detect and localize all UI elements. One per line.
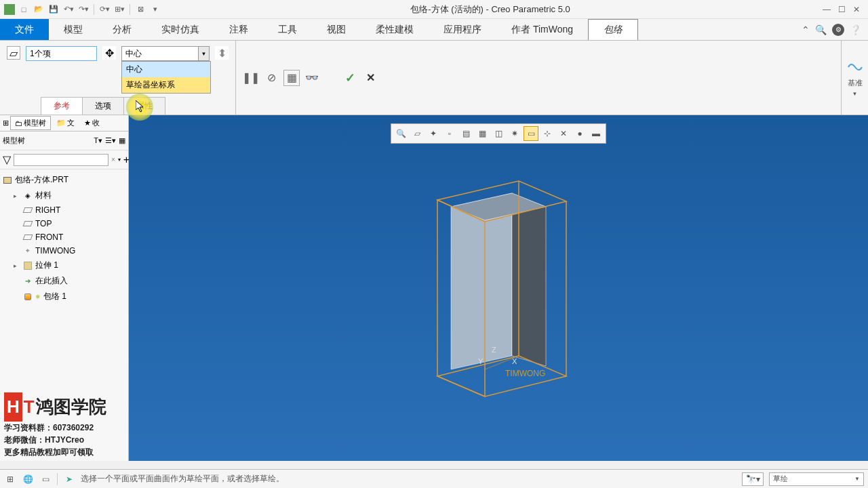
menu-sim[interactable]: 实时仿真 [146, 19, 214, 40]
tree-top[interactable]: TOP [1, 217, 127, 230]
menu-analysis[interactable]: 分析 [98, 19, 146, 40]
tab-reference[interactable]: 参考 [41, 97, 83, 115]
st-3d-icon[interactable]: 🌐 [22, 473, 34, 485]
menubar: 文件 模型 分析 实时仿真 注释 工具 视图 柔性建模 应用程序 作者 TimW… [0, 19, 868, 41]
graphics-canvas[interactable]: 🔍 ▱ ✦ ▫ ▤ ▦ ◫ ✷ ▭ ⊹ ✕ ● ▬ [129, 115, 868, 461]
filter-dropdown-icon[interactable]: ▾ [118, 157, 121, 163]
dropdown-icon[interactable]: ▾ [149, 3, 161, 16]
vt-zoom-icon[interactable]: ▱ [410, 126, 425, 141]
no-icon[interactable]: ⊘ [263, 70, 279, 86]
vt-annot-icon[interactable]: ▭ [524, 126, 538, 141]
side-tab-folder[interactable]: 📁文 [52, 117, 79, 129]
search-icon[interactable]: 🔍 [815, 24, 827, 35]
axis-y-label: Y [478, 357, 484, 365]
menu-annotate[interactable]: 注释 [214, 19, 263, 40]
tree-extrude[interactable]: ▸拉伸 1 [1, 258, 127, 273]
center-combo[interactable]: 中心 ▼ 中心 草绘器坐标系 [121, 46, 210, 61]
collector-icon[interactable]: ▱ [7, 46, 20, 60]
statusbar: ⊞ 🌐 ▭ ➤ 选择一个平面或平面曲面作为草绘平面，或者选择草绘。 🔭▾ 草绘▼ [0, 469, 868, 488]
cancel-button[interactable]: ✕ [362, 70, 378, 86]
menu-author[interactable]: 作者 TimWong [496, 19, 588, 40]
filter-clear-icon[interactable]: × [111, 156, 115, 163]
model-3d: Z Y X TIMWONG [410, 166, 587, 410]
collapse-ribbon-icon[interactable]: ⌃ [802, 24, 810, 35]
new-icon[interactable]: □ [18, 3, 30, 16]
target-icon[interactable]: ✥ [102, 46, 116, 60]
datum-icon[interactable] [847, 59, 863, 75]
st-grid-icon[interactable]: ⊞ [4, 473, 16, 485]
tab-properties[interactable]: 属性 [123, 97, 165, 115]
regen-icon[interactable]: ⟳▾ [98, 3, 111, 16]
tree-right[interactable]: RIGHT [1, 203, 127, 217]
settings-icon[interactable]: ⚙ [832, 24, 844, 36]
tree-csys[interactable]: ⌖TIMWONG [1, 244, 127, 258]
combo-option-center[interactable]: 中心 [122, 62, 210, 77]
ribbon-datum-group: 基准 ▼ [841, 41, 868, 115]
vt-point-icon[interactable]: ✕ [556, 126, 571, 141]
window-title: 包络-方体 (活动的) - Creo Parametric 5.0 [165, 3, 815, 16]
combo-dropdown-button[interactable]: ▼ [198, 47, 209, 60]
tree-root[interactable]: 包络-方体.PRT [1, 172, 127, 188]
side-tab-fav[interactable]: ★收 [80, 117, 104, 129]
side-tab-model-tree[interactable]: 🗀模型树 [10, 116, 51, 130]
tree-material[interactable]: ▸◈材料 [1, 188, 127, 203]
menu-file[interactable]: 文件 [0, 19, 49, 40]
vt-layers-icon[interactable]: ▤ [458, 126, 473, 141]
maximize-button[interactable]: ☐ [837, 5, 846, 14]
vt-datum-icon[interactable]: ✷ [507, 126, 522, 141]
menu-model[interactable]: 模型 [49, 19, 98, 40]
vt-saved-icon[interactable]: ▫ [442, 126, 457, 141]
menu-app[interactable]: 应用程序 [429, 19, 496, 40]
glasses-icon[interactable]: 👓 [304, 70, 320, 86]
close-window-icon[interactable]: ⊠ [134, 3, 146, 16]
vt-axis-icon[interactable]: ⊹ [540, 126, 555, 141]
vt-csys-disp-icon[interactable]: ● [572, 126, 587, 141]
vt-style-icon[interactable]: ▦ [475, 126, 490, 141]
undo-icon[interactable]: ↶▾ [62, 3, 75, 16]
menu-tools[interactable]: 工具 [263, 19, 312, 40]
minimize-button[interactable]: — [822, 5, 831, 14]
filter-input[interactable] [14, 154, 108, 166]
tree-show-icon[interactable]: ☰▾ [105, 136, 116, 145]
verify-icon[interactable]: ▦ [283, 70, 300, 86]
tree-label: 模型树 [3, 136, 25, 146]
datum-dropdown-icon[interactable]: ▼ [852, 91, 858, 97]
open-icon[interactable]: 📂 [33, 3, 45, 16]
csys-toggle-icon[interactable]: ⬍ [215, 46, 229, 60]
find-button[interactable]: 🔭▾ [742, 472, 764, 486]
menu-view[interactable]: 视图 [312, 19, 361, 40]
tree-display-icon[interactable]: ▦ [119, 136, 125, 145]
tree-envelope[interactable]: ✹包络 1 [1, 289, 127, 304]
tree-settings-icon[interactable]: T▾ [94, 136, 102, 145]
close-button[interactable]: ✕ [852, 5, 861, 14]
menu-envelope[interactable]: 包络 [588, 19, 638, 40]
help-icon[interactable]: ❔ [850, 24, 861, 35]
tab-options[interactable]: 选项 [82, 97, 124, 115]
quick-access-toolbar: □ 📂 💾 ↶▾ ↷▾ ⟳▾ ⊞▾ ⊠ ▾ [0, 3, 165, 16]
titlebar: □ 📂 💾 ↶▾ ↷▾ ⟳▾ ⊞▾ ⊠ ▾ 包络-方体 (活动的) - Creo… [0, 0, 868, 19]
vt-spin-icon[interactable]: ✦ [426, 126, 441, 141]
filter-icon[interactable]: ▽ [3, 153, 11, 166]
datum-label: 基准 [848, 78, 863, 88]
combo-dropdown: 中心 草绘器坐标系 [121, 61, 211, 94]
selection-collector[interactable]: 1个项 [26, 46, 97, 61]
menu-flex[interactable]: 柔性建模 [361, 19, 429, 40]
st-select-icon[interactable]: ➤ [63, 473, 75, 485]
tree-front[interactable]: FRONT [1, 230, 127, 244]
save-icon[interactable]: 💾 [47, 3, 60, 16]
ok-button[interactable]: ✓ [342, 70, 358, 86]
vt-refit-icon[interactable]: 🔍 [393, 126, 408, 141]
status-hint: 选择一个平面或平面曲面作为草绘平面，或者选择草绘。 [81, 473, 284, 485]
redo-icon[interactable]: ↷▾ [77, 3, 90, 16]
vt-persp-icon[interactable]: ◫ [491, 126, 506, 141]
tree-insert-here[interactable]: ➔在此插入 [1, 273, 127, 289]
selection-filter[interactable]: 草绘▼ [769, 472, 864, 486]
st-msg-icon[interactable]: ▭ [39, 473, 52, 485]
pause-icon[interactable]: ❚❚ [243, 70, 259, 86]
windows-icon[interactable]: ⊞▾ [113, 3, 125, 16]
vt-plane-disp-icon[interactable]: ▬ [589, 126, 604, 141]
tree-toggle-icon[interactable]: ⊞ [3, 119, 9, 127]
axis-x-label: X [512, 357, 517, 365]
app-icon[interactable] [4, 4, 15, 15]
combo-option-csys[interactable]: 草绘器坐标系 [122, 77, 210, 93]
